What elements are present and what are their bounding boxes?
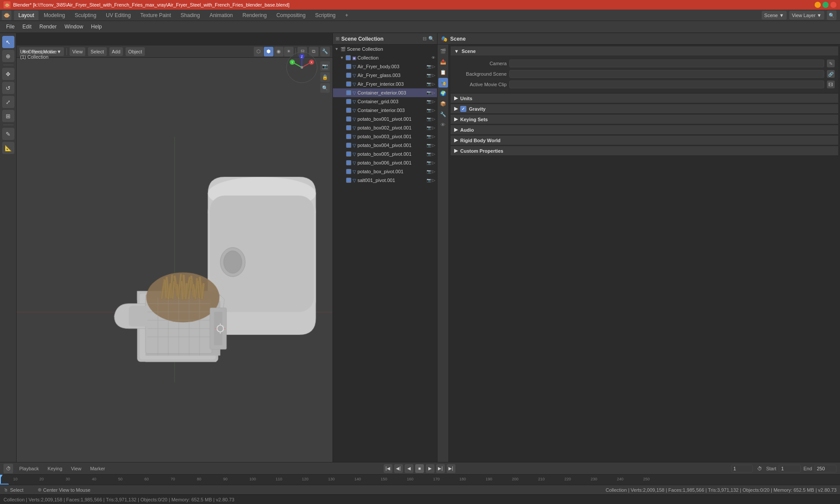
contint-visibility[interactable] [346,108,351,113]
bg-scene-value[interactable] [509,70,824,78]
outliner-item-contint[interactable]: ▽ Container_interior.003 📷 ▷ [333,106,437,115]
outliner-item-afbody[interactable]: ▽ Air_Fryer_body.003 📷 ▷ [333,62,437,71]
menu-render[interactable]: Render [36,23,60,31]
salt-visibility[interactable] [346,178,351,183]
pb003-render-icon[interactable]: ▷ [432,134,435,139]
object-prop-icon[interactable]: 📦 [438,99,448,108]
contint-camera-icon[interactable]: 📷 [427,108,431,112]
outliner-item-contgrid[interactable]: ▽ Container_grid.003 📷 ▷ [333,97,437,106]
custom-props-header[interactable]: ▶ Custom Properties [451,146,838,156]
tab-animation[interactable]: Animation [205,10,237,20]
afint-camera-icon[interactable]: 📷 [427,82,431,86]
contgrid-render-icon[interactable]: ▷ [432,99,435,104]
contex-render-icon[interactable]: ▷ [432,91,435,95]
skip-to-start-btn[interactable]: |◀ [384,464,392,473]
maximize-button[interactable] [822,2,829,8]
afint-visibility[interactable] [346,81,351,87]
transform-tool[interactable]: ⊞ [2,110,14,122]
camera-icon[interactable]: 📷 [320,61,330,71]
window-controls[interactable] [815,2,836,8]
menu-window[interactable]: Window [61,23,87,31]
outliner-item-afglass[interactable]: ▽ Air_Fryer_glass.003 📷 ▷ [333,71,437,80]
afglass-camera-icon[interactable]: 📷 [427,73,431,77]
view-layer-dropdown[interactable]: View Layer ▼ [789,11,824,20]
contex-visibility[interactable] [346,90,351,95]
outliner-item-pb006[interactable]: ▽ potato_box006_pivot.001 📷 ▷ [333,158,437,167]
next-frame-btn[interactable]: ▶| [436,464,445,473]
outliner-item-pb004[interactable]: ▽ potato_box004_pivot.001 📷 ▷ [333,141,437,150]
view-menu[interactable]: View [68,465,84,472]
menu-file[interactable]: File [3,23,18,31]
tab-compositing[interactable]: Compositing [272,10,310,20]
scene-prop-icon[interactable]: 🎭 [438,78,448,88]
view-layer-prop-icon[interactable]: 📋 [438,67,448,77]
pbpivot-camera-icon[interactable]: 📷 [427,169,431,174]
keying-menu[interactable]: Keying [45,465,65,472]
skip-to-end-btn[interactable]: ▶| [447,464,455,473]
salt-camera-icon[interactable]: 📷 [427,178,431,182]
outliner-collection[interactable]: ▼ ▣ Collection 👁 [333,53,437,62]
outliner-item-afint[interactable]: ▽ Air_Fryer_interior.003 📷 ▷ [333,80,437,88]
tab-texture-paint[interactable]: Texture Paint [136,10,175,20]
minimize-button[interactable] [815,2,821,8]
pb005-render-icon[interactable]: ▷ [432,152,435,156]
timeline-mode-btn[interactable]: ⏱ [4,464,13,473]
pbpivot-visibility[interactable] [346,169,351,174]
rigid-body-header[interactable]: ▶ Rigid Body World [451,136,838,145]
outliner-item-pb002[interactable]: ▽ potato_box002_pivot.001 📷 ▷ [333,123,437,132]
pb002-render-icon[interactable]: ▷ [432,126,435,130]
afglass-render-icon[interactable]: ▷ [432,73,435,77]
audio-section-header[interactable]: ▶ Audio [451,125,838,135]
camera-value[interactable] [509,60,824,67]
tab-modeling[interactable]: Modeling [39,10,70,20]
contgrid-camera-icon[interactable]: 📷 [427,99,431,104]
marker-menu[interactable]: Marker [88,465,108,472]
tab-sculpting[interactable]: Sculpting [70,10,101,20]
tab-uv-editing[interactable]: UV Editing [102,10,135,20]
annotate-tool[interactable]: ✎ [2,128,14,140]
stop-btn[interactable]: ■ [415,464,424,473]
render-prop-icon[interactable]: 🎬 [438,46,448,56]
cursor-tool[interactable]: ⊕ [2,50,14,62]
afbody-visibility[interactable] [346,64,351,69]
pb001-render-icon[interactable]: ▷ [432,117,435,121]
pb004-render-icon[interactable]: ▷ [432,143,435,147]
scene-dropdown[interactable]: Scene ▼ [762,11,787,20]
scale-tool[interactable]: ⤢ [2,96,14,108]
menu-edit[interactable]: Edit [19,23,35,31]
mode-select-tool[interactable]: ↖ [2,36,14,48]
afint-render-icon[interactable]: ▷ [432,82,435,86]
pb003-visibility[interactable] [346,134,351,139]
measure-tool[interactable]: 📐 [2,142,14,154]
outliner-item-pb-pivot[interactable]: ▽ potato_box_pivot.001 📷 ▷ [333,167,437,176]
pb004-visibility[interactable] [346,143,351,148]
tab-layout[interactable]: Layout [14,10,38,20]
rotate-tool[interactable]: ↺ [2,82,14,94]
afbody-render-icon[interactable]: ▷ [432,64,435,69]
contgrid-visibility[interactable] [346,99,351,104]
scene-section-header[interactable]: ▼ Scene [451,46,838,56]
pb006-render-icon[interactable]: ▷ [432,161,435,165]
current-frame-field[interactable]: 1 [731,465,753,472]
outliner-search-icon[interactable]: 🔍 [428,36,434,42]
keying-sets-header[interactable]: ▶ Keying Sets [451,115,838,124]
pb002-camera-icon[interactable]: 📷 [427,126,431,130]
modifier-prop-icon[interactable]: 🔧 [438,109,448,119]
movie-clip-btn[interactable]: 🎞 [827,80,835,88]
world-prop-icon[interactable]: 🌍 [438,88,448,98]
pb005-camera-icon[interactable]: 📷 [427,152,431,156]
navigation-gizmo[interactable]: X Y Z [284,50,319,85]
units-section-header[interactable]: ▶ Units [451,94,838,103]
lock-icon[interactable]: 🔒 [320,72,330,82]
gravity-section-header[interactable]: ▶ ✓ Gravity [451,104,838,114]
search-viewport-icon[interactable]: 🔍 [320,83,330,93]
tab-shading[interactable]: Shading [176,10,204,20]
tab-rendering[interactable]: Rendering [238,10,271,20]
movie-clip-value[interactable] [509,80,824,88]
playback-menu[interactable]: Playback [17,465,42,472]
pb001-visibility[interactable] [346,116,351,122]
search-icon[interactable]: 🔍 [827,10,836,20]
outliner-item-salt[interactable]: ▽ salt001_pivot.001 📷 ▷ [333,176,437,185]
afbody-camera-icon[interactable]: 📷 [427,64,431,69]
gravity-checkbox[interactable]: ✓ [460,106,466,112]
